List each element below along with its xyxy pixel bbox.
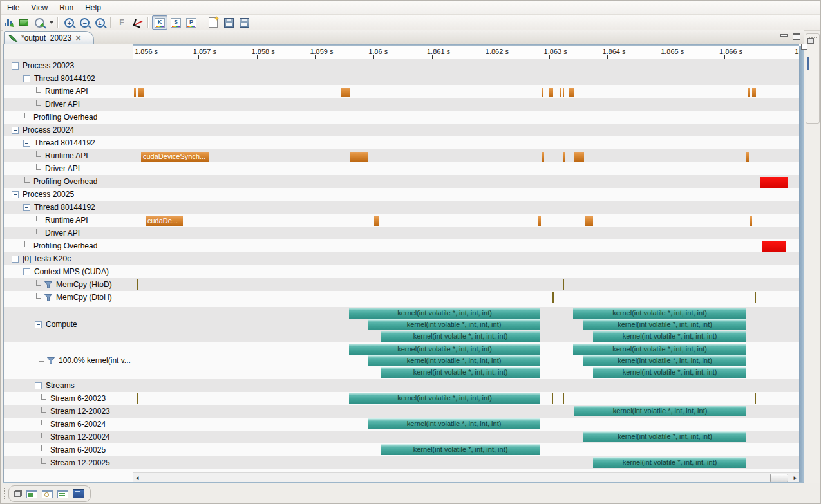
kernel-interval[interactable]: kernel(int volatile *, int, int, int) bbox=[349, 344, 540, 355]
scroll-left-icon[interactable]: ◄ bbox=[134, 474, 140, 481]
tree-row-thread-80144192[interactable]: Thread 80144192 bbox=[4, 136, 133, 149]
runtime-api-interval[interactable] bbox=[542, 152, 544, 162]
runtime-api-interval[interactable] bbox=[350, 152, 368, 162]
zoom-out-icon[interactable]: − bbox=[77, 16, 91, 29]
memcpy-mark[interactable] bbox=[755, 393, 756, 404]
kernel-interval[interactable]: kernel(int volatile *, int, int, int) bbox=[583, 355, 746, 366]
save-as-icon[interactable]: ... bbox=[237, 16, 251, 29]
tree-row-driver-api[interactable]: Driver API bbox=[4, 162, 133, 175]
analysis-view-icon[interactable] bbox=[26, 490, 37, 498]
kernel-interval[interactable]: kernel(int volatile *, int, int, int) bbox=[583, 319, 746, 330]
runtime-api-interval[interactable] bbox=[138, 88, 144, 97]
collapse-icon[interactable] bbox=[12, 256, 19, 263]
properties-view-icon[interactable] bbox=[57, 490, 68, 498]
runtime-api-interval[interactable] bbox=[549, 88, 553, 97]
kernel-interval[interactable]: kernel(int volatile *, int, int, int) bbox=[381, 331, 540, 342]
runtime-api-interval[interactable] bbox=[542, 88, 543, 97]
runtime-api-interval[interactable] bbox=[574, 152, 584, 162]
marker-arrow-icon[interactable] bbox=[130, 16, 144, 29]
menu-run[interactable]: Run bbox=[59, 2, 80, 14]
menu-view[interactable]: View bbox=[31, 2, 54, 14]
details-view-icon[interactable] bbox=[17, 16, 31, 29]
tree-row-stream-6-20024[interactable]: Stream 6-20024 bbox=[4, 418, 133, 431]
timeline-ruler[interactable]: 1.856 s1.857 s1.858 s1.859 s1.86 s1.861 … bbox=[133, 44, 799, 59]
scroll-thumb[interactable] bbox=[770, 474, 788, 483]
menu-file[interactable]: File bbox=[7, 2, 26, 14]
search-icon[interactable] bbox=[32, 16, 46, 29]
runtime-api-interval[interactable] bbox=[134, 88, 136, 97]
filter-f-icon[interactable]: F bbox=[115, 16, 129, 29]
scroll-right-icon[interactable]: ► bbox=[792, 474, 798, 481]
memcpy-mark[interactable] bbox=[552, 393, 553, 404]
kernel-interval[interactable]: kernel(int volatile *, int, int, int) bbox=[593, 367, 746, 378]
tree-row-driver-api[interactable]: Driver API bbox=[4, 98, 133, 111]
runtime-api-interval[interactable] bbox=[750, 216, 752, 226]
kernel-interval[interactable]: kernel(int volatile *, int, int, int) bbox=[368, 355, 540, 366]
memcpy-mark[interactable] bbox=[563, 393, 564, 404]
search-dropdown-caret-icon[interactable] bbox=[48, 16, 54, 29]
tab-close-icon[interactable]: ✕ bbox=[75, 35, 81, 42]
runtime-api-interval[interactable] bbox=[374, 216, 379, 226]
kernel-interval[interactable]: kernel(int volatile *, int, int, int) bbox=[583, 431, 746, 442]
runtime-api-interval[interactable] bbox=[563, 152, 565, 162]
tree-row-stream-12-20023[interactable]: Stream 12-20023 bbox=[4, 405, 133, 418]
kernel-timeline-toggle[interactable]: K bbox=[152, 15, 167, 30]
tree-row-stream-6-20023[interactable]: Stream 6-20023 bbox=[4, 392, 133, 405]
collapse-icon[interactable] bbox=[12, 127, 19, 134]
memcpy-mark[interactable] bbox=[137, 279, 138, 290]
details-view-icon[interactable] bbox=[42, 490, 53, 498]
kernel-interval[interactable]: kernel(int volatile *, int, int, int) bbox=[368, 319, 540, 330]
tree-row-thread-80144192[interactable]: Thread 80144192 bbox=[4, 201, 133, 214]
kernel-interval[interactable]: kernel(int volatile *, int, int, int) bbox=[349, 308, 540, 319]
tab-output[interactable]: *output_20023 ✕ bbox=[4, 31, 94, 44]
runtime-api-interval[interactable] bbox=[746, 152, 749, 162]
table-view-icon[interactable] bbox=[807, 58, 818, 67]
tree-row-memcpy-dtoh[interactable]: MemCpy (DtoH) bbox=[4, 291, 133, 304]
restore-panel-icon[interactable] bbox=[807, 44, 818, 53]
collapse-icon[interactable] bbox=[23, 140, 30, 147]
tree-row-profiling-overhead[interactable]: Profiling Overhead bbox=[4, 175, 133, 188]
tree-row-compute[interactable]: Compute bbox=[4, 307, 133, 342]
runtime-api-interval[interactable] bbox=[560, 88, 561, 97]
console-view-icon[interactable] bbox=[73, 489, 84, 498]
kernel-interval[interactable]: kernel(int volatile *, int, int, int) bbox=[593, 331, 746, 342]
zoom-in-icon[interactable]: + bbox=[62, 16, 76, 29]
kernel-interval[interactable]: kernel(int volatile *, int, int, int) bbox=[381, 367, 540, 378]
collapse-icon[interactable] bbox=[23, 75, 30, 82]
tree-row-100-0-kernel-int-v[interactable]: 100.0% kernel(int v... bbox=[4, 342, 133, 379]
new-session-icon[interactable] bbox=[206, 16, 220, 29]
minimize-view-icon[interactable] bbox=[780, 34, 788, 37]
kernel-interval[interactable]: kernel(int volatile *, int, int, int) bbox=[593, 457, 746, 468]
runtime-api-interval[interactable]: cudaDe... bbox=[146, 216, 183, 226]
kernel-interval[interactable]: kernel(int volatile *, int, int, int) bbox=[573, 344, 746, 355]
maximize-view-icon[interactable] bbox=[793, 33, 800, 40]
menu-help[interactable]: Help bbox=[85, 2, 108, 14]
tree-row-profiling-overhead[interactable]: Profiling Overhead bbox=[4, 239, 133, 252]
tree-row-runtime-api[interactable]: Runtime API bbox=[4, 149, 133, 162]
tree-row-0-tesla-k20c[interactable]: [0] Tesla K20c bbox=[4, 252, 133, 265]
memcpy-mark[interactable] bbox=[552, 292, 554, 303]
runtime-api-interval[interactable] bbox=[748, 88, 750, 97]
tree-row-process-20023[interactable]: Process 20023 bbox=[4, 59, 133, 72]
runtime-api-interval[interactable] bbox=[585, 216, 593, 226]
tree-row-stream-12-20025[interactable]: Stream 12-20025 bbox=[4, 456, 133, 469]
tree-row-profiling-overhead[interactable]: Profiling Overhead bbox=[4, 111, 133, 124]
stream-timeline-toggle[interactable]: S bbox=[169, 16, 183, 29]
kernel-interval[interactable]: kernel(int volatile *, int, int, int) bbox=[381, 444, 540, 455]
process-timeline-toggle[interactable]: P bbox=[184, 16, 198, 29]
horizontal-scrollbar[interactable]: ◄ ► bbox=[133, 472, 799, 482]
runtime-api-interval[interactable] bbox=[563, 88, 564, 97]
collapse-icon[interactable] bbox=[12, 191, 19, 198]
vertical-scrollbar[interactable] bbox=[799, 46, 804, 482]
tree-row-runtime-api[interactable]: Runtime API bbox=[4, 214, 133, 227]
runtime-api-interval[interactable] bbox=[341, 88, 350, 97]
tray-drag-handle[interactable] bbox=[3, 487, 6, 500]
collapse-icon[interactable] bbox=[35, 382, 42, 389]
save-icon[interactable] bbox=[222, 16, 236, 29]
zoom-reset-icon[interactable]: ± bbox=[93, 16, 107, 29]
tree-row-thread-80144192[interactable]: Thread 80144192 bbox=[4, 72, 133, 85]
kernel-interval[interactable]: kernel(int volatile *, int, int, int) bbox=[573, 308, 746, 319]
runtime-api-interval[interactable] bbox=[569, 88, 574, 97]
kernel-interval[interactable]: kernel(int volatile *, int, int, int) bbox=[349, 393, 540, 404]
tree-row-memcpy-htod[interactable]: MemCpy (HtoD) bbox=[4, 278, 133, 291]
